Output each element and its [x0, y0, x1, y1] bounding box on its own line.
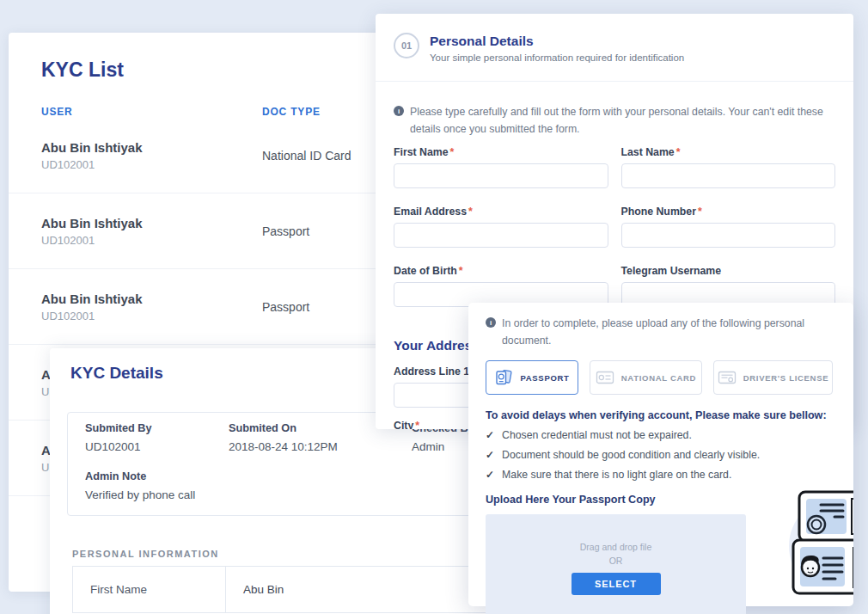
column-header-user: USER [41, 106, 262, 118]
required-marker: * [459, 265, 463, 277]
form-note-text: Please type carefully and fill out the f… [410, 104, 835, 138]
national-card-icon [596, 369, 614, 386]
file-dropzone[interactable]: Drag and drop file OR SELECT [486, 514, 746, 614]
info-icon: i [486, 317, 496, 328]
user-id: UD102001 [41, 234, 262, 247]
personal-details-form: First Name* Last Name* Email Address* Ph… [394, 146, 835, 324]
select-file-button[interactable]: SELECT [572, 573, 661, 595]
submitted-by-value: UD102001 [85, 440, 229, 453]
step-number-badge: 01 [394, 33, 419, 58]
field-label: Phone Number* [621, 206, 836, 218]
tip-text: Chosen credential must not be expaired. [502, 429, 692, 441]
kyc-list-row[interactable]: Abu Bin Ishtiyak UD102001 National ID Ca… [9, 118, 387, 193]
required-marker: * [676, 146, 681, 158]
doc-type: Passport [262, 224, 387, 238]
required-marker: * [468, 206, 473, 218]
doc-type: National ID Card [262, 149, 387, 163]
field-label: Telegram Username [621, 265, 836, 277]
field-label: Last Name* [621, 146, 836, 158]
doc-type: Passport [262, 300, 387, 314]
user-name: Abu Bin Ishtiyak [41, 292, 262, 306]
page: KYC List USER DOC TYPE Abu Bin Ishtiyak … [0, 0, 868, 614]
tip-text: Document should be good condition and cl… [502, 449, 760, 461]
upload-note-text: In order to complete, please upload any … [502, 316, 836, 349]
passport-icon [494, 369, 513, 386]
field-label: First Name* [394, 146, 608, 158]
info-icon: i [394, 106, 404, 116]
tip-item: ✓ Make sure that there is no light glare… [486, 469, 836, 481]
info-row-label: First Name [73, 567, 225, 612]
phone-number-input[interactable] [621, 223, 836, 248]
check-icon: ✓ [486, 469, 494, 481]
form-note: i Please type carefully and fill out the… [394, 104, 835, 138]
passport-option-button[interactable]: PASSPORT [486, 360, 578, 395]
user-id: UD102001 [41, 310, 262, 322]
required-marker: * [698, 206, 702, 218]
kyc-list-row[interactable]: Abu Bin Ishtiyak UD102001 Passport [9, 269, 387, 345]
field-label: Email Address* [394, 206, 608, 218]
kyc-list-title: KYC List [41, 58, 387, 82]
tip-item: ✓ Chosen credential must not be expaired… [486, 429, 836, 441]
column-header-doc-type: DOC TYPE [262, 106, 387, 118]
required-marker: * [450, 146, 455, 158]
user-name: Abu Bin Ishtiyak [41, 216, 262, 230]
kyc-list-header: USER DOC TYPE [9, 106, 387, 118]
email-address-input[interactable] [394, 223, 608, 248]
step-header: 01 Personal Details Your simple personal… [376, 14, 853, 82]
required-marker: * [415, 420, 419, 429]
user-id: UD102001 [41, 158, 262, 171]
tip-text: Make sure that there is no light glare o… [502, 469, 731, 481]
dropzone-text: Drag and drop file [580, 542, 651, 552]
submitted-by-label: Submited By [85, 422, 229, 434]
user-name: Abu Bin Ishtiyak [41, 140, 262, 155]
last-name-input[interactable] [621, 163, 836, 188]
drivers-license-icon [718, 369, 737, 386]
upload-note: i In order to complete, please upload an… [486, 316, 836, 349]
kyc-list-row[interactable]: Abu Bin Ishtiyak UD102001 Passport [9, 193, 387, 269]
check-icon: ✓ [486, 429, 494, 441]
check-icon: ✓ [486, 449, 494, 461]
tips-title: To avoid delays when verifying account, … [486, 409, 836, 421]
doc-option-label: NATIONAL CARD [621, 373, 696, 383]
drivers-license-option-button[interactable]: DRIVER'S LICENSE [713, 360, 833, 395]
dropzone-or-text: OR [609, 556, 623, 566]
tip-item: ✓ Document should be good condition and … [486, 449, 836, 461]
id-cards-illustration [778, 486, 853, 606]
personal-details-subtitle: Your simple personal information require… [430, 52, 684, 63]
submitted-on-value: 2018-08-24 10:12PM [229, 440, 412, 453]
national-card-option-button[interactable]: NATIONAL CARD [590, 360, 702, 395]
document-type-options: PASSPORT NATIONAL CARD DRIVER'S [486, 360, 836, 395]
doc-option-label: DRIVER'S LICENSE [743, 373, 829, 383]
doc-option-label: PASSPORT [520, 373, 569, 383]
field-label: Date of Birth* [394, 265, 608, 277]
personal-details-title: Personal Details [430, 34, 684, 49]
first-name-input[interactable] [394, 163, 608, 188]
